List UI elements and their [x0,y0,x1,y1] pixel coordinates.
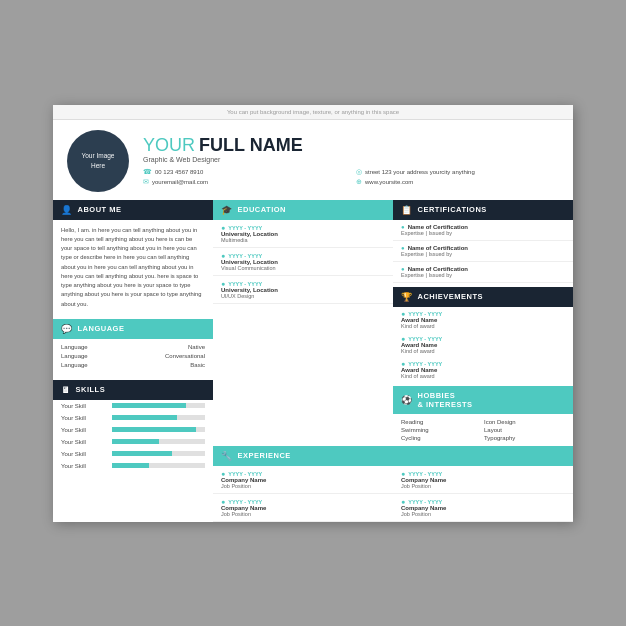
skill-label-3: Your Skill [61,439,106,445]
lang-row-2: Language Basic [61,362,205,368]
right-column: 🎓 EDUCATION ●YYYY - YYYY University, Loc… [213,200,573,522]
email-icon: ✉ [143,178,149,186]
education-icon: 🎓 [221,205,233,215]
edu-date-0: YYYY - YYYY [228,225,262,231]
lang-level-1: Conversational [165,353,205,359]
skill-bar-bg-5 [112,463,205,468]
skill-item-3: Your Skill [53,436,213,448]
exp-entry-1: ●YYYY - YYYY Company Name Job Position [393,466,573,494]
experience-icon: 🔧 [221,451,233,461]
address-text: street 123 your address yourcity anythin… [365,169,475,175]
skills-header: 🖥 SKILLS [53,380,213,400]
main-content: 👤 ABOUT ME Hello, I am. in here you can … [53,200,573,522]
cert-header: 📋 CERTIFICATIONS [393,200,573,220]
top-banner-text: You can put background image, texture, o… [227,109,399,115]
cert-issued-1: Expertise | Issued by [401,251,565,257]
cert-name-2: Name of Certification [408,266,468,272]
about-header: 👤 ABOUT ME [53,200,213,220]
edu-bullet-2: ● [221,280,225,287]
exp-date-0: YYYY - YYYY [228,471,262,477]
exp-entry-0: ●YYYY - YYYY Company Name Job Position [213,466,393,494]
skill-item-1: Your Skill [53,412,213,424]
hobbies-label: HOBBIES& INTERESTS [418,391,473,409]
about-section: 👤 ABOUT ME Hello, I am. in here you can … [53,200,213,315]
edu-field-0: Multimedia [221,237,385,243]
hobby-3: Layout [484,427,565,433]
cert-name-0: Name of Certification [408,224,468,230]
header-info: YOUR FULL NAME Graphic & Web Designer ☎ … [143,135,559,186]
skill-bar-fill-1 [112,415,177,420]
language-table: Language Native Language Conversational … [53,339,213,376]
language-icon: 💬 [61,324,73,334]
lang-level-0: Native [188,344,205,350]
name-your: YOUR [143,135,195,156]
skill-item-4: Your Skill [53,448,213,460]
edu-cert-row: 🎓 EDUCATION ●YYYY - YYYY University, Loc… [213,200,573,446]
skill-item-0: Your Skill [53,400,213,412]
skill-label-1: Your Skill [61,415,106,421]
cert-issued-0: Expertise | Issued by [401,230,565,236]
contact-phone: ☎ 00 123 4567 8910 [143,168,346,176]
phone-text: 00 123 4567 8910 [155,169,203,175]
achievements-label: ACHIEVEMENTS [418,292,484,301]
hobby-4: Cycling [401,435,482,441]
name-fullname: FULL NAME [199,135,303,156]
skill-bar-bg-0 [112,403,205,408]
contact-website: ⊕ www.yoursite.com [356,178,559,186]
achievements-header: 🏆 ACHIEVEMENTS [393,287,573,307]
header: Your ImageHere YOUR FULL NAME Graphic & … [53,120,573,200]
lang-name-2: Language [61,362,88,368]
hobby-1: Icon Design [484,419,565,425]
exp-pos-1: Job Position [401,483,565,489]
achieve-date-2: YYYY - YYYY [408,361,442,367]
cert-bullet-1: ● [401,245,405,251]
hobby-2: Swimming [401,427,482,433]
website-text: www.yoursite.com [365,179,413,185]
edu-bullet-0: ● [221,224,225,231]
skills-section: 🖥 SKILLS Your Skill Your Skill Your Skil… [53,380,213,472]
language-header: 💬 LANGUAGE [53,319,213,339]
language-label: LANGUAGE [78,324,125,333]
cert-bullet-2: ● [401,266,405,272]
cert-entry-1: ●Name of Certification Expertise | Issue… [393,241,573,262]
achieve-kind-1: Kind of award [401,348,565,354]
about-text: Hello, I am. in here you can tell anythi… [53,220,213,315]
achieve-kind-0: Kind of award [401,323,565,329]
address-icon: ◎ [356,168,362,176]
lang-name-1: Language [61,353,88,359]
hobbies-section: ⚽ HOBBIES& INTERESTS Reading Icon Design… [393,386,573,446]
achieve-date-1: YYYY - YYYY [408,336,442,342]
lang-level-2: Basic [190,362,205,368]
skill-bar-bg-3 [112,439,205,444]
edu-entry-2: ●YYYY - YYYY University, Location UI/UX … [213,276,393,304]
photo-placeholder: Your ImageHere [67,130,129,192]
email-text: youremail@mail.com [152,179,208,185]
skill-bar-bg-2 [112,427,205,432]
skill-bar-fill-0 [112,403,186,408]
skill-bar-fill-3 [112,439,159,444]
education-label: EDUCATION [238,205,287,214]
resume-document: You can put background image, texture, o… [53,105,573,522]
edu-field-1: Visual Communication [221,265,385,271]
exp-date-1: YYYY - YYYY [408,471,442,477]
achieve-date-0: YYYY - YYYY [408,311,442,317]
cert-entry-0: ●Name of Certification Expertise | Issue… [393,220,573,241]
cert-label: CERTIFICATIONS [418,205,487,214]
lang-row-0: Language Native [61,344,205,350]
skills-label: SKILLS [76,385,106,394]
cert-entry-2: ●Name of Certification Expertise | Issue… [393,262,573,283]
contact-grid: ☎ 00 123 4567 8910 ◎ street 123 your add… [143,168,559,186]
edu-date-1: YYYY - YYYY [228,253,262,259]
exp-pos-3: Job Position [401,511,565,517]
exp-date-3: YYYY - YYYY [408,499,442,505]
achieve-entry-0: ●YYYY - YYYY Award Name Kind of award [393,307,573,332]
exp-entry-3: ●YYYY - YYYY Company Name Job Position [393,494,573,522]
about-label: ABOUT ME [78,205,122,214]
experience-label: EXPERIENCE [238,451,291,460]
phone-icon: ☎ [143,168,152,176]
achieve-entry-2: ●YYYY - YYYY Award Name Kind of award [393,357,573,382]
lang-row-1: Language Conversational [61,353,205,359]
hobbies-header: ⚽ HOBBIES& INTERESTS [393,386,573,414]
skill-label-4: Your Skill [61,451,106,457]
cert-section: 📋 CERTIFICATIONS ●Name of Certification … [393,200,573,446]
